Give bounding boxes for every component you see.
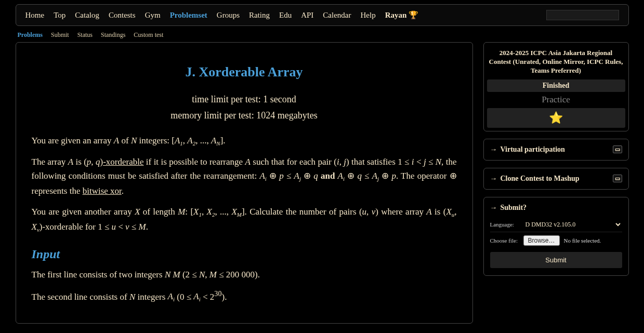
nav-api[interactable]: API <box>301 11 313 20</box>
paragraph-2: The array A is (p, q)-xorderable if it i… <box>32 155 457 198</box>
nav-edu[interactable]: Edu <box>279 11 292 20</box>
nav-top[interactable]: Top <box>54 11 65 20</box>
nav-catalog[interactable]: Catalog <box>75 11 99 20</box>
problem-title: J. Xorderable Array <box>32 64 457 80</box>
browse-button[interactable]: Browse… <box>523 235 560 246</box>
subnav-standings[interactable]: Standings <box>101 31 125 39</box>
contest-mode: Practice <box>487 93 625 108</box>
subnav-problems[interactable]: Problems <box>18 31 43 39</box>
subnav-status[interactable]: Status <box>77 31 93 39</box>
clone-contest-box[interactable]: →Clone Contest to Mashup ▭ <box>483 168 629 190</box>
bitwise-xor-link[interactable]: bitwise xor <box>83 186 122 196</box>
memory-limit: memory limit per test: 1024 megabytes <box>32 108 457 124</box>
arrow-right-icon: → <box>490 175 497 182</box>
star-icon: ⭐ <box>549 111 563 124</box>
input-heading: Input <box>32 247 457 261</box>
submit-button[interactable]: Submit <box>490 252 622 268</box>
arrow-right-icon: → <box>490 145 497 153</box>
search-input[interactable] <box>546 10 619 20</box>
file-status: No file selected. <box>564 237 601 244</box>
paragraph-3: You are given another array X of length … <box>32 205 457 235</box>
submit-box: →Submit? Language: D DMD32 v2.105.0 Choo… <box>483 197 629 276</box>
time-limit: time limit per test: 1 second <box>32 91 457 108</box>
contest-title: 2024-2025 ICPC Asia Jakarta Regional Con… <box>487 46 625 78</box>
nav-gym[interactable]: Gym <box>145 11 161 20</box>
paragraph-4: The first line consists of two integers … <box>32 268 457 282</box>
paragraph-5: The second line consists of N integers A… <box>32 288 457 305</box>
nav-help[interactable]: Help <box>361 11 376 20</box>
nav-rayan[interactable]: Rayan 🏆 <box>385 10 418 20</box>
nav-groups[interactable]: Groups <box>217 11 240 20</box>
subnav-custom-test[interactable]: Custom test <box>134 31 163 39</box>
language-label: Language: <box>490 221 519 228</box>
nav-problemset[interactable]: Problemset <box>170 11 207 20</box>
problem-statement: J. Xorderable Array time limit per test:… <box>16 42 473 324</box>
paragraph-1: You are given an array A of N integers: … <box>32 134 457 149</box>
expand-icon[interactable]: ▭ <box>613 145 622 153</box>
arrow-right-icon: → <box>490 204 497 211</box>
top-navigation: Home Top Catalog Contests Gym Problemset… <box>16 4 629 26</box>
favorite-star[interactable]: ⭐ <box>487 108 625 128</box>
nav-calendar[interactable]: Calendar <box>323 11 351 20</box>
nav-home[interactable]: Home <box>25 11 45 20</box>
language-select[interactable]: D DMD32 v2.105.0 <box>523 220 622 229</box>
nav-rating[interactable]: Rating <box>249 11 270 20</box>
contest-info-box: 2024-2025 ICPC Asia Jakarta Regional Con… <box>483 42 629 131</box>
subnav-submit[interactable]: Submit <box>51 31 69 39</box>
nav-contests[interactable]: Contests <box>109 11 136 20</box>
problem-subnav: Problems Submit Status Standings Custom … <box>16 26 629 42</box>
file-label: Choose file: <box>490 237 519 244</box>
expand-icon[interactable]: ▭ <box>613 175 622 182</box>
virtual-participation-box[interactable]: →Virtual participation ▭ <box>483 139 629 161</box>
contest-status: Finished <box>487 79 625 92</box>
